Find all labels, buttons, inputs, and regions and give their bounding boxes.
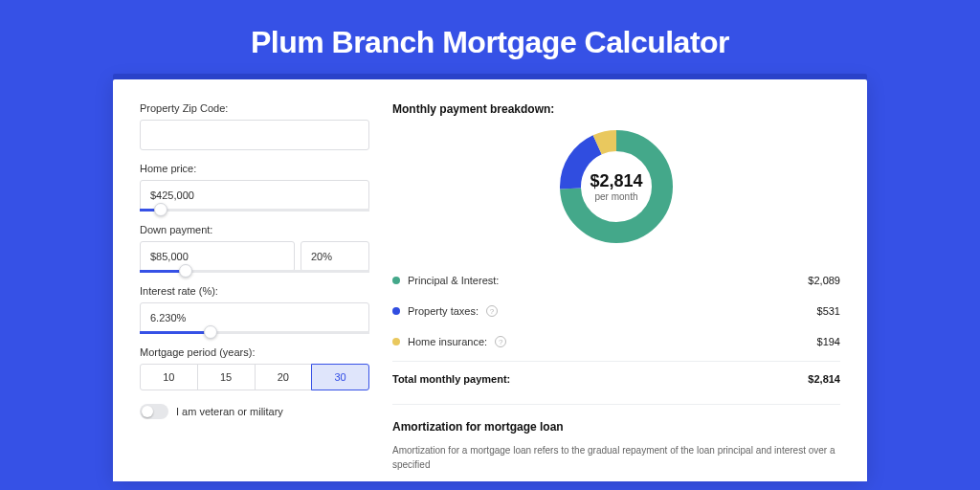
legend-row-taxes: Property taxes: ? $531 [392,296,840,326]
veteran-toggle-row: I am veteran or military [140,404,369,419]
period-button-group: 10 15 20 30 [140,364,369,390]
donut-center: $2,814 per month [559,129,674,244]
breakdown-title: Monthly payment breakdown: [392,102,840,116]
legend-value: $531 [817,305,840,317]
home-price-label: Home price: [140,163,369,174]
legend-row-principal: Principal & Interest: $2,089 [392,265,840,296]
down-payment-input[interactable] [140,241,295,272]
toggle-knob [142,406,153,417]
amortization-title: Amortization for mortgage loan [392,420,840,434]
down-payment-pct-input[interactable] [301,241,369,272]
mortgage-period-label: Mortgage period (years): [140,346,369,358]
veteran-toggle[interactable] [140,404,168,419]
home-price-input[interactable] [140,180,369,211]
period-btn-15[interactable]: 15 [197,364,256,390]
slider-thumb[interactable] [204,325,217,339]
zip-field: Property Zip Code: [140,102,369,150]
home-price-slider[interactable] [140,209,369,212]
zip-label: Property Zip Code: [140,102,369,114]
legend-dot [392,307,400,315]
donut-total-sub: per month [594,191,637,202]
down-payment-label: Down payment: [140,224,369,235]
legend-value: $2,089 [808,275,840,286]
amortization-body: Amortization for a mortgage loan refers … [392,443,840,472]
interest-rate-label: Interest rate (%): [140,285,369,297]
interest-rate-field: Interest rate (%): [140,285,369,334]
down-payment-field: Down payment: [140,224,369,273]
home-price-field: Home price: [140,163,369,212]
legend-row-insurance: Home insurance: ? $194 [392,326,840,357]
period-btn-10[interactable]: 10 [140,364,198,390]
help-icon[interactable]: ? [486,305,498,317]
period-btn-30[interactable]: 30 [311,364,369,390]
interest-rate-slider[interactable] [140,331,369,334]
legend-value: $194 [817,336,840,347]
slider-thumb[interactable] [154,203,167,216]
total-value: $2,814 [808,373,840,385]
zip-input[interactable] [140,120,369,150]
mortgage-period-field: Mortgage period (years): 10 15 20 30 [140,346,369,390]
total-label: Total monthly payment: [392,373,510,385]
total-row: Total monthly payment: $2,814 [392,361,840,396]
legend-label: Principal & Interest: [408,275,499,286]
interest-rate-input[interactable] [140,302,369,333]
page-title: Plum Branch Mortgage Calculator [0,0,980,79]
slider-thumb[interactable] [179,264,192,278]
calculator-card: Property Zip Code: Home price: Down paym… [113,79,867,481]
legend-label: Property taxes: [408,305,479,317]
period-btn-20[interactable]: 20 [255,364,313,390]
donut-chart-wrap: $2,814 per month [392,129,840,244]
amortization-section: Amortization for mortgage loan Amortizat… [392,404,840,472]
down-payment-slider[interactable] [140,270,369,273]
veteran-label: I am veteran or military [176,406,283,417]
donut-chart: $2,814 per month [559,129,674,244]
legend-label: Home insurance: [408,336,487,347]
results-column: Monthly payment breakdown: $2,814 per mo… [392,102,840,481]
donut-total-value: $2,814 [590,171,642,191]
inputs-column: Property Zip Code: Home price: Down paym… [140,102,369,481]
legend-dot [392,338,400,345]
help-icon[interactable]: ? [495,336,506,347]
legend-dot [392,277,400,284]
